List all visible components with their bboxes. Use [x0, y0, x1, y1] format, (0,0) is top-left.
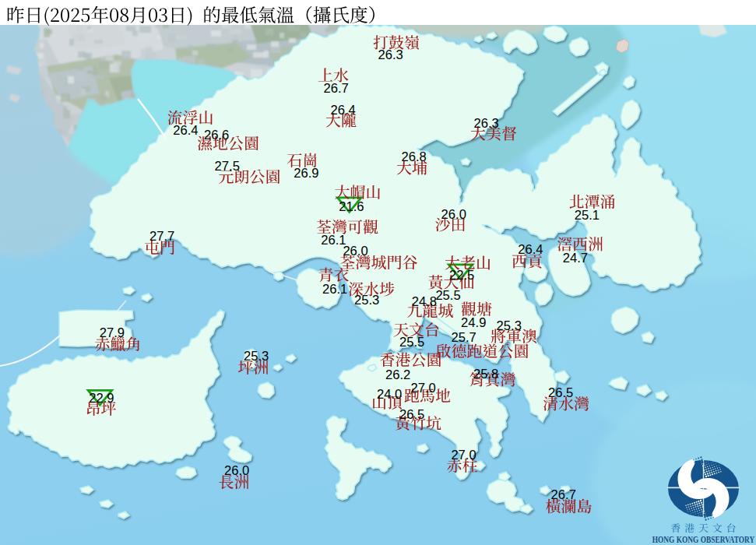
svg-text:26.0: 26.0: [441, 207, 466, 222]
svg-text:22.5: 22.5: [449, 268, 474, 283]
svg-text:27.0: 27.0: [411, 381, 436, 396]
svg-text:26.0: 26.0: [224, 463, 249, 478]
svg-text:24.7: 24.7: [563, 251, 588, 265]
svg-text:24.0: 24.0: [377, 387, 402, 402]
svg-text:26.0: 26.0: [343, 244, 367, 258]
svg-text:25.8: 25.8: [473, 367, 498, 382]
svg-text:26.3: 26.3: [378, 47, 403, 62]
svg-text:26.4: 26.4: [518, 242, 543, 257]
svg-text:26.7: 26.7: [551, 487, 576, 502]
svg-text:26.3: 26.3: [474, 116, 499, 131]
svg-text:25.3: 25.3: [354, 293, 379, 308]
svg-text:25.3: 25.3: [497, 318, 522, 333]
svg-text:26.2: 26.2: [385, 367, 410, 382]
svg-text:26.5: 26.5: [548, 385, 573, 400]
svg-text:26.9: 26.9: [294, 166, 318, 181]
svg-text:25.1: 25.1: [575, 208, 600, 223]
svg-text:27.5: 27.5: [215, 159, 240, 174]
svg-text:24.8: 24.8: [412, 294, 437, 309]
svg-text:HONG KONG OBSERVATORY: HONG KONG OBSERVATORY: [652, 533, 754, 544]
svg-text:26.6: 26.6: [204, 128, 229, 142]
svg-text:26.5: 26.5: [399, 407, 424, 422]
svg-text:26.8: 26.8: [402, 149, 427, 164]
svg-text:25.5: 25.5: [435, 288, 460, 303]
svg-text:26.1: 26.1: [322, 282, 347, 297]
svg-text:26.4: 26.4: [173, 123, 198, 138]
svg-text:26.7: 26.7: [324, 81, 349, 96]
svg-text:25.7: 25.7: [452, 330, 476, 345]
svg-text:26.4: 26.4: [331, 103, 356, 118]
svg-text:24.9: 24.9: [461, 315, 486, 330]
svg-text:25.3: 25.3: [244, 349, 269, 364]
svg-text:27.9: 27.9: [100, 325, 125, 340]
svg-text:22.9: 22.9: [89, 391, 114, 406]
svg-text:25.5: 25.5: [399, 335, 424, 350]
svg-text:27.7: 27.7: [149, 229, 174, 244]
svg-text:27.0: 27.0: [451, 448, 476, 462]
svg-text:21.6: 21.6: [339, 199, 364, 214]
